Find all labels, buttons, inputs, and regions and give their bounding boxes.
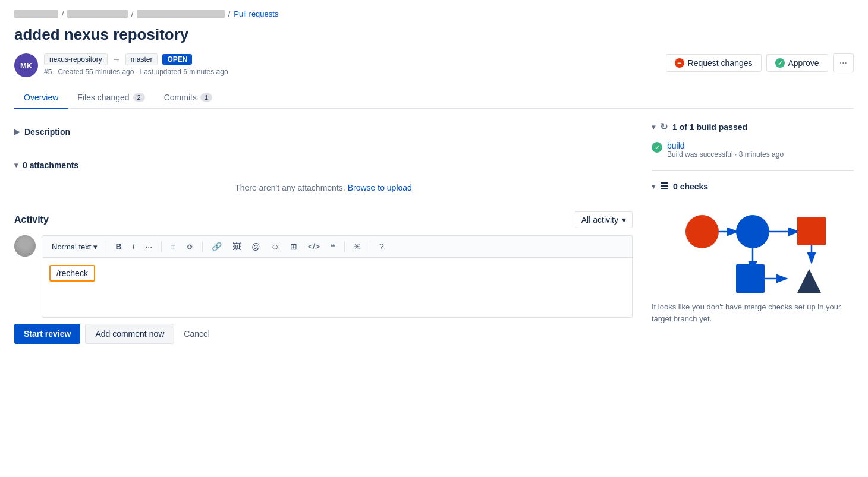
build-name[interactable]: build <box>667 141 784 150</box>
help-icon: ? <box>379 242 384 251</box>
tab-files-changed-label: Files changed <box>77 93 129 102</box>
checks-chevron: ▾ <box>652 182 655 191</box>
activity-header: Activity All activity ▾ <box>14 211 633 228</box>
attachments-section: ▾ 0 attachments There aren't any attachm… <box>14 154 633 200</box>
toolbar-divider-2 <box>161 241 162 252</box>
approve-button[interactable]: Approve <box>766 54 828 72</box>
editor-body[interactable]: /recheck <box>42 258 632 317</box>
svg-marker-9 <box>797 269 821 293</box>
branch-arrow: → <box>112 55 121 64</box>
checks-list-icon: ☰ <box>660 181 668 192</box>
checks-header[interactable]: ▾ ☰ 0 checks <box>652 181 854 192</box>
build-header-text: 1 of 1 build passed <box>672 122 747 132</box>
quote-icon: ❝ <box>331 242 335 251</box>
activity-filter[interactable]: All activity ▾ <box>575 211 633 228</box>
svg-rect-4 <box>797 217 826 245</box>
tab-commits[interactable]: Commits 1 <box>155 87 222 109</box>
pr-info: nexus-repository → master OPEN #5 · Crea… <box>44 53 228 76</box>
breadcrumb-part2[interactable]: ███████████ <box>67 10 127 18</box>
breadcrumb-pull-requests[interactable]: Pull requests <box>234 10 278 18</box>
checks-caption: It looks like you don't have merge check… <box>652 301 854 324</box>
start-review-button[interactable]: Start review <box>14 324 80 344</box>
toolbar-divider-4 <box>344 241 345 252</box>
request-changes-button[interactable]: Request changes <box>666 54 762 72</box>
mention-button[interactable]: @ <box>249 241 263 252</box>
pr-created-text: Created 55 minutes ago <box>58 68 134 76</box>
breadcrumb-part1[interactable]: ████████ <box>14 10 58 18</box>
attachments-title: 0 attachments <box>23 160 78 170</box>
more-icon: ··· <box>839 58 847 68</box>
activity-filter-chevron: ▾ <box>622 215 626 225</box>
emoji-button[interactable]: ☺ <box>268 241 282 252</box>
bullet-list-icon: ≡ <box>171 242 175 251</box>
more-actions-button[interactable]: ··· <box>833 53 854 72</box>
bold-button[interactable]: B <box>112 241 124 252</box>
tabs: Overview Files changed 2 Commits 1 <box>14 87 854 109</box>
right-panel: ▾ ↻ 1 of 1 build passed ✓ build Build wa… <box>652 121 854 356</box>
format-chevron: ▾ <box>93 242 98 251</box>
build-chevron: ▾ <box>652 123 655 131</box>
quote-button[interactable]: ❝ <box>328 241 338 252</box>
format-select[interactable]: Normal text ▾ <box>49 241 100 252</box>
ai-button[interactable]: ✳ <box>351 241 364 252</box>
target-branch[interactable]: master <box>125 53 158 65</box>
pr-branch-row: nexus-repository → master OPEN <box>44 53 228 65</box>
breadcrumb-sep3: / <box>228 10 231 18</box>
tab-files-changed[interactable]: Files changed 2 <box>68 87 154 109</box>
editor-toolbar: Normal text ▾ B I ··· ≡ <box>42 236 632 258</box>
more-format-button[interactable]: ··· <box>142 241 155 252</box>
tab-commits-label: Commits <box>164 93 197 102</box>
source-branch[interactable]: nexus-repository <box>44 53 108 65</box>
help-button[interactable]: ? <box>376 241 387 252</box>
description-header[interactable]: ▶ Description <box>14 121 633 143</box>
format-label: Normal text <box>52 242 91 251</box>
left-panel: ▶ Description ▾ 0 attachments There aren… <box>14 121 633 356</box>
code-button[interactable]: </> <box>305 241 323 252</box>
breadcrumb-part3[interactable]: ████████████████ <box>137 10 224 18</box>
table-button[interactable]: ⊞ <box>287 241 300 252</box>
page-title: added nexus repository <box>14 26 854 44</box>
build-status: Build was successful · 8 minutes ago <box>667 150 784 159</box>
comment-area: Normal text ▾ B I ··· ≡ <box>14 235 633 318</box>
request-changes-label: Request changes <box>688 58 753 68</box>
cancel-button[interactable]: Cancel <box>179 324 215 344</box>
build-success-icon: ✓ <box>652 142 662 153</box>
ai-icon: ✳ <box>354 242 361 251</box>
toolbar-divider-1 <box>106 241 106 252</box>
comment-avatar <box>14 235 36 257</box>
image-icon: 🖼 <box>232 242 241 251</box>
build-section: ▾ ↻ 1 of 1 build passed ✓ build Build wa… <box>652 121 854 171</box>
italic-button[interactable]: I <box>130 241 138 252</box>
checks-header-text: 0 checks <box>673 182 708 191</box>
build-header[interactable]: ▾ ↻ 1 of 1 build passed <box>652 121 854 132</box>
table-icon: ⊞ <box>290 242 297 251</box>
build-item-info: build Build was successful · 8 minutes a… <box>667 141 784 159</box>
main-content: ▶ Description ▾ 0 attachments There aren… <box>14 121 854 356</box>
breadcrumb: ████████ / ███████████ / ███████████████… <box>14 10 854 18</box>
link-button[interactable]: 🔗 <box>209 241 225 252</box>
breadcrumb-sep2: / <box>131 10 134 18</box>
pr-number: #5 <box>44 68 52 76</box>
bullet-list-button[interactable]: ≡ <box>168 241 178 252</box>
attachments-header[interactable]: ▾ 0 attachments <box>14 154 633 176</box>
editor-box: Normal text ▾ B I ··· ≡ <box>42 235 633 318</box>
numbered-list-button[interactable]: ≎ <box>183 241 196 252</box>
svg-rect-7 <box>736 264 765 293</box>
browse-upload-link[interactable]: Browse to upload <box>348 183 412 192</box>
checks-section: ▾ ☰ 0 checks <box>652 181 854 324</box>
avatar: MK <box>14 53 38 77</box>
editor-actions: Start review Add comment now Cancel <box>14 324 633 344</box>
activity-section: Activity All activity ▾ Normal text <box>14 211 633 344</box>
pr-updated: Last updated 6 minutes ago <box>140 68 228 76</box>
pr-subtitle: #5 · Created 55 minutes ago · Last updat… <box>44 68 228 76</box>
attachments-empty-text: There aren't any attachments. <box>235 183 345 192</box>
pr-meta: MK nexus-repository → master OPEN #5 · C… <box>14 53 854 77</box>
svg-point-2 <box>736 215 769 248</box>
tab-overview[interactable]: Overview <box>14 87 68 109</box>
toolbar-divider-5 <box>370 241 370 252</box>
add-comment-button[interactable]: Add comment now <box>85 324 174 344</box>
emoji-icon: ☺ <box>271 242 279 251</box>
link-icon: 🔗 <box>212 242 222 251</box>
activity-title: Activity <box>14 214 49 225</box>
image-button[interactable]: 🖼 <box>229 241 244 252</box>
